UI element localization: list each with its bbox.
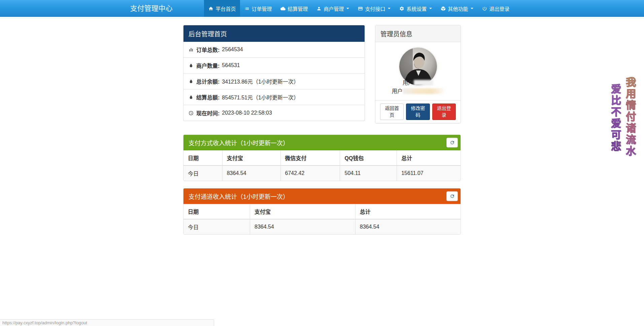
tint-icon <box>189 95 194 100</box>
username-redacted <box>414 80 433 86</box>
top-navbar: 支付管理中心 平台首页 订单管理 结算管理 商户管理 支付接口 <box>0 0 644 17</box>
username-prefix: 用户 <box>403 80 413 86</box>
userinfo-redacted <box>403 88 444 94</box>
logout-button[interactable]: 退出登录 <box>432 103 456 120</box>
nav-item-label: 平台首页 <box>215 5 236 12</box>
stat-row-settlement-total: 结算总额: 854571.51元（1小时更新一次） <box>183 89 365 105</box>
payment-channel-stats-panel: 支付通道收入统计（1小时更新一次） 日期 支付宝 总计 今日 8364.54 8… <box>183 188 461 235</box>
stat-value: 341213.86元（1小时更新一次） <box>222 77 299 85</box>
cell-date: 今日 <box>183 166 222 181</box>
app-title: 支付管理中心 <box>130 0 173 17</box>
credit-card-icon <box>358 6 363 11</box>
nav-item-label: 支付接口 <box>365 5 385 12</box>
cell-alipay: 8364.54 <box>250 219 355 234</box>
panel-title: 后台管理首页 <box>183 25 365 42</box>
watermark-line-2: 爱比不爱可悲 <box>608 84 622 157</box>
payment-method-stats-panel: 支付方式收入统计（1小时更新一次） 日期 支付宝 微信支付 QQ钱包 总计 今日… <box>183 135 461 181</box>
userinfo-prefix: 用户 <box>392 88 403 94</box>
refresh-icon <box>450 194 455 199</box>
column-header: 支付宝 <box>250 204 355 219</box>
status-bar-url: https://pay.cxyzf.top/admin/login.php?lo… <box>2 320 87 325</box>
back-home-button[interactable]: 返回首页 <box>380 103 404 120</box>
cell-total: 15611.07 <box>397 166 461 181</box>
bar-chart-icon <box>189 47 194 52</box>
chevron-down-icon <box>388 8 391 9</box>
column-header: QQ钱包 <box>340 150 397 166</box>
stat-value: 2564534 <box>222 47 243 53</box>
user-icon <box>316 6 321 11</box>
column-header: 日期 <box>183 150 222 166</box>
main-container: 后台管理首页 订单总数: 2564534 商户数量: 564531 总计余额: … <box>183 25 461 235</box>
nav-item-payment-interface[interactable]: 支付接口 <box>353 0 395 17</box>
cell-alipay: 8364.54 <box>222 166 280 181</box>
payment-method-stats-header: 支付方式收入统计（1小时更新一次） <box>183 135 461 150</box>
nav-item-settlement-management[interactable]: 结算管理 <box>276 0 312 17</box>
nav-item-other-functions[interactable]: 其他功能 <box>436 0 478 17</box>
watermark-line-1: 我用情付诸流水 <box>622 77 637 157</box>
admin-user-lines: 用户 用户 <box>379 79 456 95</box>
admin-info-body: 用户 用户 <box>375 42 461 100</box>
payment-channel-stats-header: 支付通道收入统计（1小时更新一次） <box>183 188 461 204</box>
stat-label: 总计余额: <box>196 77 219 85</box>
nav-item-merchant-management[interactable]: 商户管理 <box>312 0 353 17</box>
admin-userinfo-line: 用户 <box>379 87 456 95</box>
refresh-button[interactable] <box>446 191 458 201</box>
stat-label: 现在时间: <box>196 109 219 117</box>
tint-icon <box>189 63 194 68</box>
stat-value: 564531 <box>222 62 240 68</box>
payment-channel-table: 日期 支付宝 总计 今日 8364.54 8364.54 <box>183 204 461 234</box>
table-header-row: 日期 支付宝 总计 <box>183 204 461 219</box>
tint-icon <box>189 79 194 84</box>
home-stats-panel: 后台管理首页 订单总数: 2564534 商户数量: 564531 总计余额: … <box>183 25 365 121</box>
column-header: 总计 <box>355 204 461 219</box>
admin-username-line: 用户 <box>379 79 456 87</box>
nav-item-platform-home[interactable]: 平台首页 <box>204 0 240 17</box>
nav-item-system-settings[interactable]: 系统设置 <box>395 0 436 17</box>
browser-status-bar: https://pay.cxyzf.top/admin/login.php?lo… <box>0 319 214 326</box>
power-icon <box>482 6 487 11</box>
stat-value: 854571.51元（1小时更新一次） <box>222 93 299 101</box>
admin-info-panel: 管理员信息 <box>375 25 461 123</box>
gear-icon <box>399 6 404 11</box>
panel-title: 支付通道收入统计（1小时更新一次） <box>189 194 289 200</box>
vertical-watermark: 我用情付诸流水 爱比不爱可悲 <box>608 77 637 157</box>
nav-item-label: 系统设置 <box>406 5 427 12</box>
nav-item-label: 结算管理 <box>287 5 308 12</box>
stat-label: 订单总数: <box>196 46 219 54</box>
admin-info-footer: 返回首页 修改密码 退出登录 <box>375 100 461 123</box>
home-icon <box>208 6 213 11</box>
cell-date: 今日 <box>183 219 250 234</box>
cell-qq-wallet: 504.11 <box>340 166 397 181</box>
admin-info-column: 管理员信息 <box>375 25 461 123</box>
refresh-icon <box>450 140 455 145</box>
clock-icon <box>189 111 194 116</box>
nav-item-label: 退出登录 <box>489 5 509 12</box>
top-row: 后台管理首页 订单总数: 2564534 商户数量: 564531 总计余额: … <box>183 25 461 123</box>
chevron-down-icon <box>429 8 432 9</box>
panel-title: 支付方式收入统计（1小时更新一次） <box>189 140 289 147</box>
table-row: 今日 8364.54 6742.42 504.11 15611.07 <box>183 166 461 181</box>
stat-label: 结算总额: <box>196 93 219 101</box>
payment-method-table: 日期 支付宝 微信支付 QQ钱包 总计 今日 8364.54 6742.42 5… <box>183 150 461 181</box>
column-header: 微信支付 <box>280 150 340 166</box>
change-password-button[interactable]: 修改密码 <box>406 103 430 120</box>
nav-item-label: 其他功能 <box>448 5 468 12</box>
navbar-container: 支付管理中心 平台首页 订单管理 结算管理 商户管理 支付接口 <box>130 0 514 17</box>
stat-row-total-balance: 总计余额: 341213.86元（1小时更新一次） <box>183 73 365 89</box>
table-row: 今日 8364.54 8364.54 <box>183 219 461 234</box>
main-menu: 平台首页 订单管理 结算管理 商户管理 支付接口 系统 <box>204 0 514 17</box>
stat-label: 商户数量: <box>196 61 219 69</box>
refresh-button[interactable] <box>446 138 458 148</box>
column-header: 支付宝 <box>222 150 280 166</box>
panel-title: 管理员信息 <box>375 25 461 42</box>
cell-wechat: 6742.42 <box>280 166 340 181</box>
cloud-icon <box>280 6 285 11</box>
stat-row-merchant-count: 商户数量: 564531 <box>183 57 365 73</box>
chevron-down-icon <box>471 8 473 9</box>
nav-item-logout[interactable]: 退出登录 <box>478 0 514 17</box>
list-icon <box>244 6 249 11</box>
nav-item-order-management[interactable]: 订单管理 <box>240 0 276 17</box>
column-header: 日期 <box>183 204 250 219</box>
cube-icon <box>441 6 446 11</box>
home-stats-column: 后台管理首页 订单总数: 2564534 商户数量: 564531 总计余额: … <box>183 25 365 123</box>
